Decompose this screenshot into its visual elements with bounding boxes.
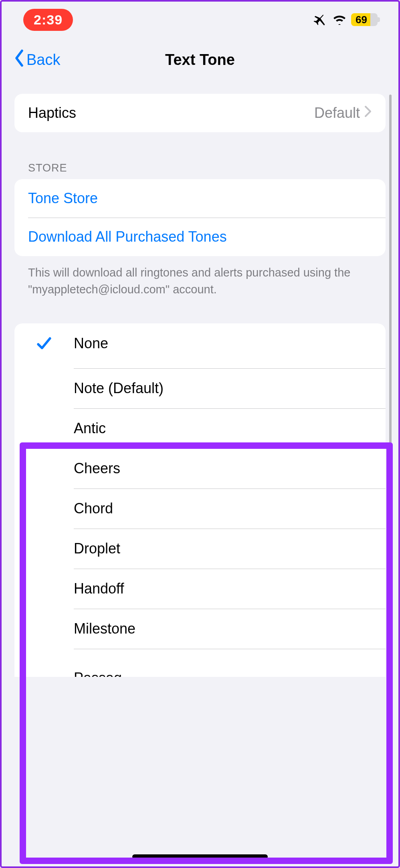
haptics-label: Haptics: [28, 105, 76, 121]
tone-row-milestone[interactable]: Milestone: [14, 609, 386, 649]
tone-label: Note (Default): [74, 380, 376, 397]
tone-store-link[interactable]: Tone Store: [14, 179, 386, 218]
tone-label: Passag: [74, 670, 376, 677]
store-footer: This will download all ringtones and ale…: [14, 256, 386, 298]
wifi-icon: [333, 14, 346, 25]
tone-row-none[interactable]: None: [14, 323, 386, 363]
store-group: Tone Store Download All Purchased Tones: [14, 179, 386, 256]
back-label: Back: [26, 51, 60, 69]
tone-row-chord[interactable]: Chord: [14, 489, 386, 529]
tone-store-label: Tone Store: [28, 190, 98, 207]
tone-row-handoff[interactable]: Handoff: [14, 569, 386, 609]
tone-row-antic[interactable]: Antic: [14, 408, 386, 448]
tone-label: Milestone: [74, 620, 376, 637]
tone-row-droplet[interactable]: Droplet: [14, 529, 386, 569]
download-all-link[interactable]: Download All Purchased Tones: [14, 218, 386, 256]
nav-bar: Back Text Tone: [7, 38, 393, 82]
checkmark-icon: [14, 335, 74, 352]
airplane-icon: [313, 13, 328, 26]
tone-row-partial[interactable]: Passag: [14, 649, 386, 677]
battery-icon: 69: [351, 13, 378, 26]
store-header: STORE: [14, 162, 386, 179]
tones-group: None Note (Default) Antic Cheers Chord: [14, 323, 386, 677]
tone-row-cheers[interactable]: Cheers: [14, 448, 386, 489]
tone-label: Droplet: [74, 540, 376, 557]
tone-label: Chord: [74, 500, 376, 517]
page-title: Text Tone: [7, 51, 393, 69]
home-indicator[interactable]: [132, 854, 268, 859]
scroll-indicator[interactable]: [389, 95, 392, 595]
chevron-left-icon: [12, 49, 26, 71]
tone-label: Antic: [74, 420, 376, 437]
tone-label: None: [74, 335, 376, 352]
status-time: 2:39: [23, 9, 73, 31]
haptics-row[interactable]: Haptics Default: [14, 94, 386, 132]
download-all-label: Download All Purchased Tones: [28, 228, 227, 245]
haptics-group: Haptics Default: [14, 94, 386, 132]
status-bar: 2:39 69: [7, 2, 393, 38]
tone-row-note[interactable]: Note (Default): [14, 368, 386, 408]
chevron-right-icon: [364, 105, 372, 121]
tone-label: Cheers: [74, 460, 376, 477]
haptics-value: Default: [314, 105, 360, 121]
battery-level: 69: [351, 13, 370, 26]
status-right: 69: [313, 13, 378, 26]
back-button[interactable]: Back: [12, 49, 60, 71]
tone-label: Handoff: [74, 580, 376, 597]
